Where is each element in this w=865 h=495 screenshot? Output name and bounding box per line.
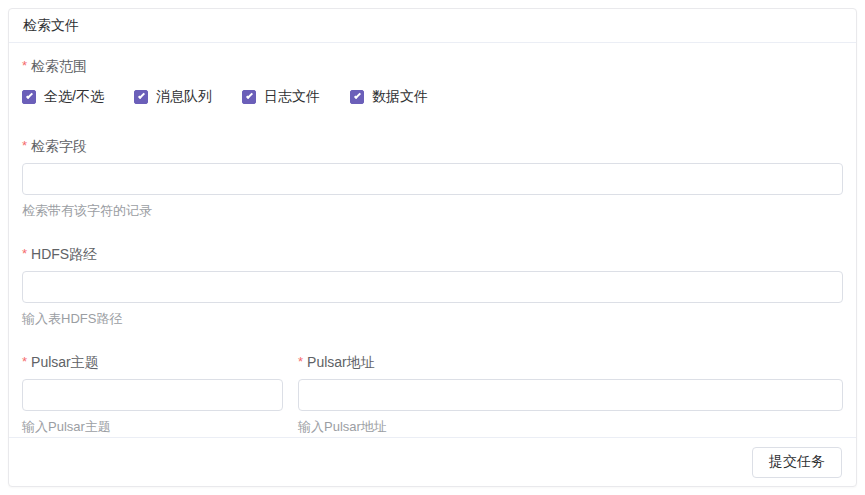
search-field-label: 检索字段 bbox=[31, 137, 87, 155]
required-asterisk: * bbox=[22, 57, 27, 75]
checkbox-label: 全选/不选 bbox=[44, 88, 104, 106]
hdfs-path-input[interactable] bbox=[22, 271, 843, 303]
form-item-search-field: * 检索字段 检索带有该字符的记录 bbox=[22, 137, 843, 219]
hdfs-path-tip: 输入表HDFS路径 bbox=[22, 311, 843, 327]
checkbox-message-queue[interactable]: 消息队列 bbox=[134, 88, 212, 106]
form-item-hdfs-path: * HDFS路经 输入表HDFS路径 bbox=[22, 245, 843, 327]
search-file-form: * 检索范围 全选/不选 消息队列 日志文件 数据文件 bbox=[9, 43, 856, 437]
search-field-input[interactable] bbox=[22, 163, 843, 195]
search-scope-checkbox-group: 全选/不选 消息队列 日志文件 数据文件 bbox=[22, 88, 843, 106]
search-scope-label-row: * 检索范围 bbox=[22, 57, 843, 75]
hdfs-path-label: HDFS路经 bbox=[31, 245, 97, 263]
checkbox-checked-icon bbox=[242, 90, 256, 104]
checkbox-checked-icon bbox=[134, 90, 148, 104]
required-asterisk: * bbox=[22, 137, 27, 155]
checkbox-data-file[interactable]: 数据文件 bbox=[350, 88, 428, 106]
search-field-tip: 检索带有该字符的记录 bbox=[22, 203, 843, 219]
search-scope-label: 检索范围 bbox=[31, 57, 87, 75]
required-asterisk: * bbox=[22, 245, 27, 263]
pulsar-row: * Pulsar主题 输入Pulsar主题 * Pulsar地址 输入Pulsa… bbox=[22, 353, 843, 435]
pulsar-topic-input[interactable] bbox=[22, 379, 283, 411]
card-header: 检索文件 bbox=[9, 9, 856, 43]
pulsar-address-input[interactable] bbox=[298, 379, 843, 411]
submit-task-button[interactable]: 提交任务 bbox=[752, 447, 842, 478]
check-icon bbox=[354, 92, 361, 99]
pulsar-address-tip: 输入Pulsar地址 bbox=[298, 419, 843, 435]
form-item-pulsar-topic: * Pulsar主题 输入Pulsar主题 bbox=[22, 353, 283, 435]
check-icon bbox=[138, 92, 145, 99]
checkbox-label: 数据文件 bbox=[372, 88, 428, 106]
pulsar-topic-tip: 输入Pulsar主题 bbox=[22, 419, 283, 435]
pulsar-address-label: Pulsar地址 bbox=[307, 353, 375, 371]
checkbox-checked-icon bbox=[22, 90, 36, 104]
card-footer: 提交任务 bbox=[9, 437, 856, 486]
checkbox-label: 日志文件 bbox=[264, 88, 320, 106]
check-icon bbox=[26, 92, 33, 99]
check-icon bbox=[246, 92, 253, 99]
checkbox-label: 消息队列 bbox=[156, 88, 212, 106]
checkbox-log-file[interactable]: 日志文件 bbox=[242, 88, 320, 106]
checkbox-select-all[interactable]: 全选/不选 bbox=[22, 88, 104, 106]
form-item-pulsar-address: * Pulsar地址 输入Pulsar地址 bbox=[298, 353, 843, 435]
form-item-search-scope: * 检索范围 全选/不选 消息队列 日志文件 数据文件 bbox=[22, 57, 843, 106]
required-asterisk: * bbox=[298, 353, 303, 371]
required-asterisk: * bbox=[22, 353, 27, 371]
checkbox-checked-icon bbox=[350, 90, 364, 104]
search-file-card: 检索文件 * 检索范围 全选/不选 消息队列 日志文件 bbox=[8, 8, 857, 487]
card-title: 检索文件 bbox=[23, 17, 79, 33]
pulsar-topic-label: Pulsar主题 bbox=[31, 353, 99, 371]
